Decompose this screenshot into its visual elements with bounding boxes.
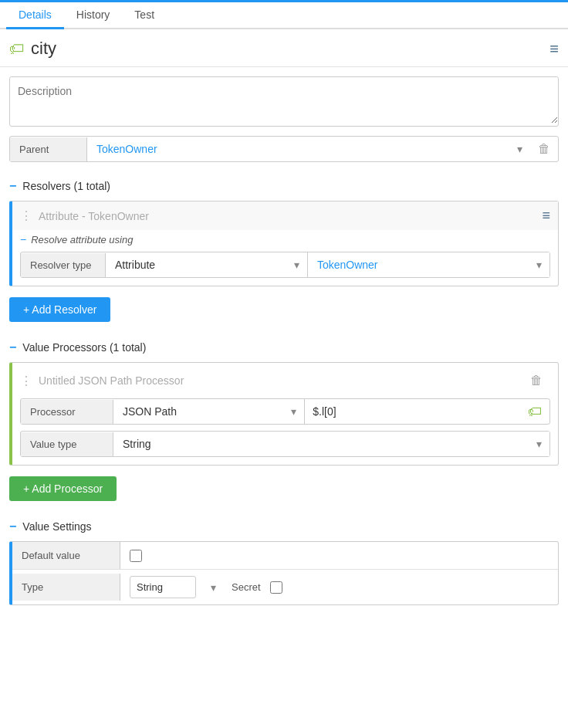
description-area bbox=[9, 76, 559, 127]
parent-select-wrap: TokenOwner bbox=[87, 137, 530, 161]
secret-label: Secret bbox=[232, 581, 261, 593]
resolvers-section-title: Resolvers (1 total) bbox=[22, 180, 110, 192]
add-processor-button[interactable]: + Add Processor bbox=[9, 476, 117, 501]
processors-collapse-icon[interactable]: − bbox=[9, 340, 16, 354]
secret-checkbox[interactable] bbox=[270, 581, 282, 594]
resolver-card: ⋮ Attribute - TokenOwner ≡ − Resolve att… bbox=[9, 201, 559, 286]
processor-path-value-wrap: $.l[0] 🏷 bbox=[305, 404, 549, 420]
value-settings-card: Default value Type String Integer Boolea… bbox=[9, 541, 559, 605]
parent-row: Parent TokenOwner 🗑 bbox=[9, 136, 559, 162]
resolver-card-title-wrap: ⋮ Attribute - TokenOwner bbox=[20, 208, 149, 223]
page-title: city bbox=[31, 39, 56, 59]
default-value-label: Default value bbox=[12, 542, 120, 569]
processor-type-row: Processor JSON Path Trim Uppercase Lower… bbox=[20, 398, 550, 425]
drag-handle-icon[interactable]: ⋮ bbox=[20, 208, 32, 223]
processor-type-select-wrap: JSON Path Trim Uppercase Lowercase bbox=[113, 399, 305, 424]
parent-label: Parent bbox=[10, 137, 87, 161]
type-setting: String Integer Boolean Double Secret bbox=[120, 570, 558, 604]
resolver-card-header: ⋮ Attribute - TokenOwner ≡ bbox=[12, 201, 558, 230]
value-type-row: Value type String Integer Boolean Double bbox=[20, 431, 550, 457]
processor-drag-handle-icon[interactable]: ⋮ bbox=[20, 374, 32, 388]
processor-delete-button[interactable]: 🗑 bbox=[522, 369, 550, 392]
processors-section-header[interactable]: − Value Processors (1 total) bbox=[0, 333, 568, 362]
value-type-select[interactable]: String Integer Boolean Double bbox=[113, 432, 549, 456]
resolver-type-select[interactable]: Attribute Static JSON Path bbox=[106, 252, 307, 277]
resolvers-collapse-icon[interactable]: − bbox=[9, 179, 16, 193]
processor-card-title: Untitled JSON Path Processor bbox=[39, 374, 184, 387]
parent-select[interactable]: TokenOwner bbox=[87, 137, 530, 161]
value-type-select-wrap: String Integer Boolean Double bbox=[113, 432, 549, 456]
description-input[interactable] bbox=[10, 77, 558, 124]
processor-card: ⋮ Untitled JSON Path Processor 🗑 Process… bbox=[9, 362, 559, 466]
tabs-bar: Details History Test bbox=[0, 2, 568, 29]
page-title-wrap: 🏷 city bbox=[9, 39, 56, 59]
default-value-row: Default value bbox=[12, 542, 558, 570]
tab-history[interactable]: History bbox=[64, 2, 123, 29]
type-label: Type bbox=[12, 574, 120, 601]
default-value-checkbox[interactable] bbox=[130, 550, 142, 562]
add-resolver-button[interactable]: + Add Resolver bbox=[9, 297, 110, 322]
value-settings-collapse-icon[interactable]: − bbox=[9, 520, 16, 533]
resolve-using-text: Resolve attribute using bbox=[31, 234, 133, 245]
resolvers-section-header[interactable]: − Resolvers (1 total) bbox=[0, 171, 568, 201]
tab-details[interactable]: Details bbox=[6, 2, 64, 29]
tag-value-icon[interactable]: 🏷 bbox=[528, 404, 542, 420]
parent-delete-button[interactable]: 🗑 bbox=[530, 137, 558, 161]
resolver-type-row: Resolver type Attribute Static JSON Path… bbox=[20, 252, 550, 278]
resolver-type-label: Resolver type bbox=[21, 253, 106, 277]
processor-card-title-wrap: ⋮ Untitled JSON Path Processor bbox=[20, 374, 184, 388]
hamburger-menu-icon[interactable]: ≡ bbox=[549, 40, 559, 58]
resolver-value-select[interactable]: TokenOwner bbox=[308, 252, 549, 277]
type-select-wrap: String Integer Boolean Double bbox=[130, 576, 222, 598]
processor-path-value: $.l[0] bbox=[313, 405, 522, 418]
processors-section-title: Value Processors (1 total) bbox=[22, 341, 146, 354]
type-select[interactable]: String Integer Boolean Double bbox=[130, 576, 196, 598]
tab-test[interactable]: Test bbox=[122, 2, 167, 29]
resolver-type-select-wrap: Attribute Static JSON Path bbox=[106, 252, 308, 277]
processor-type-label: Processor bbox=[21, 400, 113, 424]
resolver-card-menu-icon[interactable]: ≡ bbox=[542, 208, 550, 224]
default-value-setting bbox=[120, 543, 558, 568]
processor-card-header: ⋮ Untitled JSON Path Processor 🗑 bbox=[12, 363, 558, 398]
page-header: 🏷 city ≡ bbox=[0, 29, 568, 67]
resolve-using-dash-icon: − bbox=[20, 233, 26, 245]
resolver-value-select-wrap: TokenOwner bbox=[308, 252, 549, 277]
resolver-card-title: Attribute - TokenOwner bbox=[39, 210, 149, 222]
value-settings-section-header[interactable]: − Value Settings bbox=[0, 512, 568, 541]
value-type-label: Value type bbox=[21, 432, 113, 456]
type-row: Type String Integer Boolean Double Secre… bbox=[12, 570, 558, 604]
value-settings-section-title: Value Settings bbox=[22, 520, 91, 533]
processor-type-select[interactable]: JSON Path Trim Uppercase Lowercase bbox=[113, 399, 304, 424]
tag-icon: 🏷 bbox=[9, 40, 25, 58]
resolve-using-label: − Resolve attribute using bbox=[12, 230, 558, 252]
